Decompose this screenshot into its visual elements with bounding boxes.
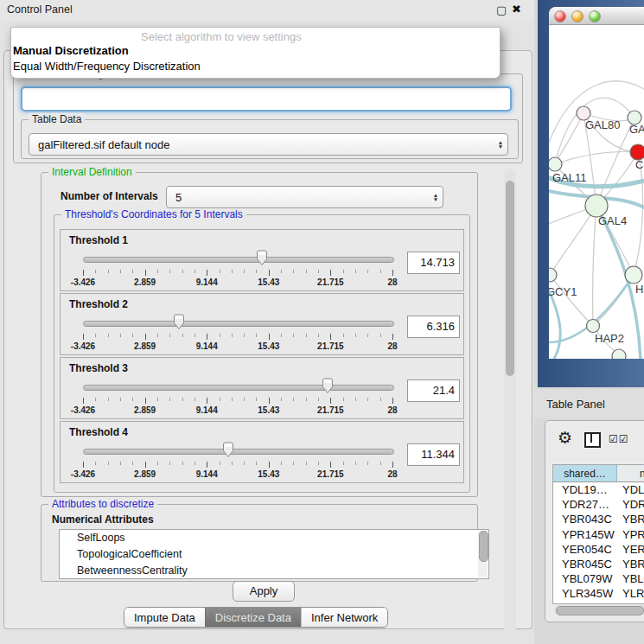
threshold-label: Threshold 3: [69, 362, 128, 374]
number-of-intervals-combobox[interactable]: 5 ▲▼: [166, 186, 443, 208]
tick-mark: [367, 270, 368, 273]
table-row[interactable]: YDL19…YDL1: [553, 482, 644, 497]
mac-zoom-icon[interactable]: [589, 10, 601, 22]
slider-track[interactable]: [83, 321, 394, 327]
table-row[interactable]: YIL052CYIL0: [553, 602, 644, 605]
network-edge[interactable]: [550, 275, 593, 326]
tick-mark: [256, 270, 257, 273]
slider-handle[interactable]: [321, 378, 335, 394]
threshold-value-field[interactable]: 6.316: [407, 316, 460, 338]
scrollbar-thumb[interactable]: [479, 531, 488, 562]
threshold-label: Threshold 2: [69, 298, 128, 310]
network-node-hap2[interactable]: [587, 320, 600, 333]
tick-mark: [318, 270, 319, 273]
tick-mark: [330, 398, 331, 404]
slider-handle[interactable]: [172, 314, 186, 330]
tick-label: 9.144: [188, 341, 226, 351]
tick-label: -3.426: [64, 469, 102, 479]
tick-label: 2.859: [126, 469, 164, 479]
tick-mark: [108, 462, 109, 465]
tab-impute-data[interactable]: Impute Data: [124, 608, 205, 627]
combo-arrows-icon: ▲▼: [429, 193, 443, 201]
tick-mark: [244, 462, 245, 465]
network-window-titlebar[interactable]: [549, 7, 644, 25]
table-row[interactable]: YDR27…YDR2: [553, 497, 644, 512]
tick-mark: [343, 398, 344, 401]
network-edge[interactable]: [550, 206, 596, 275]
tick-mark: [343, 270, 344, 273]
tick-mark: [95, 398, 96, 401]
apply-button[interactable]: Apply: [233, 581, 295, 602]
attribute-list-item[interactable]: SelfLoops: [60, 530, 488, 546]
numerical-attributes-list[interactable]: SelfLoopsTopologicalCoefficientBetweenne…: [59, 529, 489, 579]
attributes-list-scrollbar[interactable]: [478, 531, 488, 577]
tab-infer-network[interactable]: Infer Network: [301, 608, 387, 627]
discretization-algorithm-group: Discretization Algorithm Table Data galF…: [13, 73, 523, 163]
tick-mark: [182, 270, 183, 273]
dropdown-option[interactable]: Manual Discretization: [13, 44, 129, 57]
close-icon[interactable]: ✖: [512, 3, 521, 16]
node-attribute-table[interactable]: shared… na YDL19…YDL1YDR27…YDR2YBR043CYB…: [552, 464, 644, 604]
table-row[interactable]: YLR345WYLR3: [553, 586, 644, 601]
tick-mark: [132, 334, 133, 337]
table-row[interactable]: YBR045CYBR0: [553, 557, 644, 571]
network-edge[interactable]: [555, 152, 638, 164]
table-data-combobox[interactable]: galFiltered.sif default node ▲▼: [29, 133, 508, 156]
tick-label: -3.426: [64, 277, 102, 287]
dropdown-placeholder: Select algorithm to view settings: [141, 30, 302, 43]
dropdown-option[interactable]: Equal Width/Frequency Discretization: [13, 60, 201, 73]
table-row[interactable]: YBR043CYBR0: [553, 512, 644, 526]
attribute-list-item[interactable]: BetweennessCentrality: [60, 563, 488, 579]
network-window[interactable]: GAL80GACGAL11GAL4GCY1HHAP2: [549, 7, 644, 359]
slider-handle[interactable]: [255, 250, 269, 266]
table-horizontal-scrollbar[interactable]: [554, 605, 644, 615]
tick-mark: [95, 270, 96, 273]
slider-track[interactable]: [83, 449, 394, 455]
network-edge[interactable]: [593, 206, 596, 326]
tick-mark: [367, 398, 368, 401]
algorithm-combobox[interactable]: [21, 86, 512, 112]
tick-label: -3.426: [64, 341, 102, 351]
network-node-label: GA: [629, 123, 644, 136]
network-node-h[interactable]: [625, 266, 642, 284]
slider-handle[interactable]: [221, 442, 235, 458]
network-node-gcy1[interactable]: [549, 268, 557, 282]
tick-mark: [343, 462, 344, 465]
tick-mark: [232, 462, 233, 465]
attribute-list-item[interactable]: TopologicalCoefficient: [60, 546, 488, 563]
tick-mark: [244, 270, 245, 273]
column-checkbox-icons[interactable]: ☑☑: [609, 433, 629, 445]
network-canvas[interactable]: GAL80GACGAL11GAL4GCY1HHAP2: [549, 24, 644, 359]
tick-mark: [95, 334, 96, 337]
table-cell: YBR0: [617, 557, 644, 571]
mac-minimize-icon[interactable]: [571, 10, 583, 22]
table-row[interactable]: YBL079WYBL0: [553, 571, 644, 586]
threshold-value-field[interactable]: 21.4: [407, 379, 460, 402]
scrollbar-thumb[interactable]: [556, 606, 644, 615]
tick-mark: [293, 270, 294, 273]
column-header[interactable]: na: [617, 465, 644, 482]
tick-mark: [343, 334, 344, 337]
table-cell: YPR1: [617, 527, 644, 542]
gear-icon[interactable]: ⚙: [558, 428, 572, 448]
scrollbar-thumb[interactable]: [506, 181, 514, 376]
mac-close-icon[interactable]: [554, 10, 566, 22]
interval-definition-label: Interval Definition: [48, 166, 136, 178]
split-table-icon[interactable]: [584, 432, 601, 448]
threshold-label: Threshold 1: [69, 234, 128, 246]
slider-track[interactable]: [83, 385, 394, 391]
network-node-gal11[interactable]: [549, 157, 562, 171]
tick-mark: [355, 334, 356, 337]
table-row[interactable]: YER054CYER0: [553, 542, 644, 557]
network-node[interactable]: [612, 349, 626, 359]
slider-track[interactable]: [83, 257, 394, 263]
float-window-icon[interactable]: ▢: [496, 3, 507, 16]
table-row[interactable]: YPR145WYPR1: [553, 527, 644, 542]
tick-mark: [95, 462, 96, 465]
main-vertical-scrollbar[interactable]: [504, 169, 516, 644]
column-header[interactable]: shared…: [553, 465, 617, 482]
tick-mark: [108, 270, 109, 273]
threshold-value-field[interactable]: 11.344: [407, 443, 460, 466]
threshold-value-field[interactable]: 14.713: [407, 252, 460, 274]
tab-discretize-data[interactable]: Discretize Data: [205, 608, 301, 627]
